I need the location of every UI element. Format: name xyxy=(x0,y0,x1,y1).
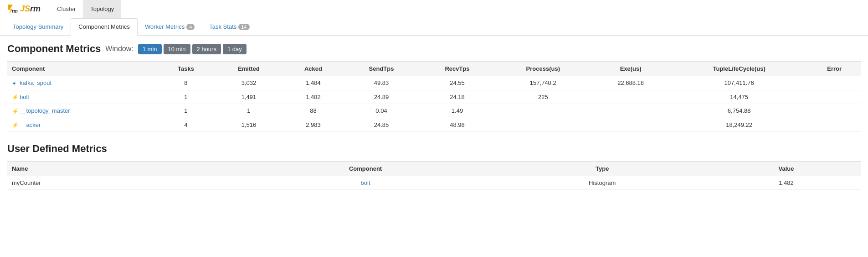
col-header-component: Component xyxy=(7,62,158,76)
cell-value: 1,482 xyxy=(712,176,861,190)
cell-processus: 225 xyxy=(495,90,591,104)
window-btn-2hours[interactable]: 2 hours xyxy=(192,44,221,54)
component-link[interactable]: bolt xyxy=(20,94,29,100)
col-header-emitted: Emitted xyxy=(214,62,283,76)
cell-exeus xyxy=(591,118,670,132)
top-nav: rm JSrm Cluster Topology xyxy=(0,0,868,18)
cell-acked: 2,983 xyxy=(283,118,344,132)
cell-acked: 1,484 xyxy=(283,76,344,90)
cell-name: myCounter xyxy=(7,176,238,190)
cell-tasks: 1 xyxy=(158,104,215,118)
cell-recvtps: 48.98 xyxy=(420,118,495,132)
bolt-icon: ⚡ xyxy=(12,108,18,115)
cell-exeus xyxy=(591,90,670,104)
cell-tuplelifecycle: 14,475 xyxy=(670,90,808,104)
component-metrics-thead: Component Tasks Emitted Acked SendTps Re… xyxy=(7,62,861,76)
col-header-processus: Process(us) xyxy=(495,62,591,76)
udm-col-name: Name xyxy=(7,162,238,176)
cell-exeus: 22,688.18 xyxy=(591,76,670,90)
table-row: ⚡bolt 1 1,491 1,482 24.89 24.18 225 14,4… xyxy=(7,90,861,104)
col-header-recvtps: RecvTps xyxy=(420,62,495,76)
udm-col-type: Type xyxy=(493,162,712,176)
window-btn-1min[interactable]: 1 min xyxy=(138,44,162,54)
cell-sendtps: 24.85 xyxy=(343,118,419,132)
cell-tuplelifecycle: 18,249.22 xyxy=(670,118,808,132)
cell-component: ⚡__topology_master xyxy=(7,104,158,118)
nav-tab-topology[interactable]: Topology xyxy=(83,0,121,18)
tab-task-stats[interactable]: Task Stats14 xyxy=(202,19,257,36)
cell-tuplelifecycle: 6,754.88 xyxy=(670,104,808,118)
cell-sendtps: 0.04 xyxy=(343,104,419,118)
cell-error xyxy=(808,118,861,132)
worker-metrics-badge: 4 xyxy=(186,24,195,30)
table-row: ⚡__topology_master 1 1 88 0.04 1.49 6,75… xyxy=(7,104,861,118)
component-link[interactable]: __topology_master xyxy=(20,107,70,114)
user-defined-metrics-thead: Name Component Type Value xyxy=(7,162,861,176)
cell-error xyxy=(808,104,861,118)
cell-emitted: 1,516 xyxy=(214,118,283,132)
cell-component: bolt xyxy=(238,176,493,190)
cell-tuplelifecycle: 107,411.76 xyxy=(670,76,808,90)
cell-sendtps: 49.83 xyxy=(343,76,419,90)
cell-component: ✦kafka_spout xyxy=(7,76,158,90)
cell-component: ⚡bolt xyxy=(7,90,158,104)
udm-col-component: Component xyxy=(238,162,493,176)
cell-processus xyxy=(495,118,591,132)
table-row: myCounter bolt Histogram 1,482 xyxy=(7,176,861,190)
main-content: Component Metrics Window: 1 min 10 min 2… xyxy=(0,36,868,208)
cell-tasks: 1 xyxy=(158,90,215,104)
tab-topology-summary[interactable]: Topology Summary xyxy=(5,19,71,36)
component-metrics-title: Component Metrics xyxy=(7,43,101,55)
cell-emitted: 1,491 xyxy=(214,90,283,104)
cell-emitted: 1 xyxy=(214,104,283,118)
col-header-sendtps: SendTps xyxy=(343,62,419,76)
brand-storm: rm xyxy=(30,4,41,14)
component-link[interactable]: kafka_spout xyxy=(20,79,51,86)
table-row: ✦kafka_spout 8 3,032 1,484 49.83 24.55 1… xyxy=(7,76,861,90)
cell-type: Histogram xyxy=(493,176,712,190)
cell-acked: 1,482 xyxy=(283,90,344,104)
component-metrics-header-row: Component Tasks Emitted Acked SendTps Re… xyxy=(7,62,861,76)
component-metrics-tbody: ✦kafka_spout 8 3,032 1,484 49.83 24.55 1… xyxy=(7,76,861,132)
col-header-tasks: Tasks xyxy=(158,62,215,76)
tab-worker-metrics[interactable]: Worker Metrics4 xyxy=(138,19,202,36)
user-defined-metrics-tbody: myCounter bolt Histogram 1,482 xyxy=(7,176,861,190)
spout-icon: ✦ xyxy=(12,80,18,87)
cell-processus xyxy=(495,104,591,118)
cell-tasks: 4 xyxy=(158,118,215,132)
task-stats-badge: 14 xyxy=(238,24,249,30)
cell-emitted: 3,032 xyxy=(214,76,283,90)
user-defined-metrics-table: Name Component Type Value myCounter bolt… xyxy=(7,161,861,190)
cell-error xyxy=(808,90,861,104)
window-btn-1day[interactable]: 1 day xyxy=(223,44,247,54)
cell-processus: 157,740.2 xyxy=(495,76,591,90)
sub-tabs: Topology Summary Component Metrics Worke… xyxy=(0,18,868,36)
col-header-error: Error xyxy=(808,62,861,76)
nav-tab-cluster[interactable]: Cluster xyxy=(50,0,83,18)
cell-exeus xyxy=(591,104,670,118)
svg-text:rm: rm xyxy=(12,9,18,14)
component-metrics-heading: Component Metrics Window: 1 min 10 min 2… xyxy=(7,43,861,55)
col-header-exeus: Exe(us) xyxy=(591,62,670,76)
window-btn-10min[interactable]: 10 min xyxy=(164,44,190,54)
cell-component: ⚡__acker xyxy=(7,118,158,132)
logo: rm JSrm xyxy=(5,4,41,15)
cell-tasks: 8 xyxy=(158,76,215,90)
udm-col-value: Value xyxy=(712,162,861,176)
cell-recvtps: 24.55 xyxy=(420,76,495,90)
bolt-icon: ⚡ xyxy=(12,122,18,128)
user-defined-metrics-title: User Defined Metrics xyxy=(7,143,861,155)
tab-component-metrics[interactable]: Component Metrics xyxy=(71,18,138,36)
bolt-icon: ⚡ xyxy=(12,94,18,100)
component-metrics-table: Component Tasks Emitted Acked SendTps Re… xyxy=(7,61,861,132)
component-link[interactable]: bolt xyxy=(361,179,370,186)
cell-recvtps: 1.49 xyxy=(420,104,495,118)
component-link[interactable]: __acker xyxy=(20,121,41,128)
user-defined-metrics-header-row: Name Component Type Value xyxy=(7,162,861,176)
cell-acked: 88 xyxy=(283,104,344,118)
col-header-tuplelifecycle: TupleLifeCycle(us) xyxy=(670,62,808,76)
brand-js: JS xyxy=(20,4,30,14)
cell-sendtps: 24.89 xyxy=(343,90,419,104)
cell-recvtps: 24.18 xyxy=(420,90,495,104)
cell-error xyxy=(808,76,861,90)
